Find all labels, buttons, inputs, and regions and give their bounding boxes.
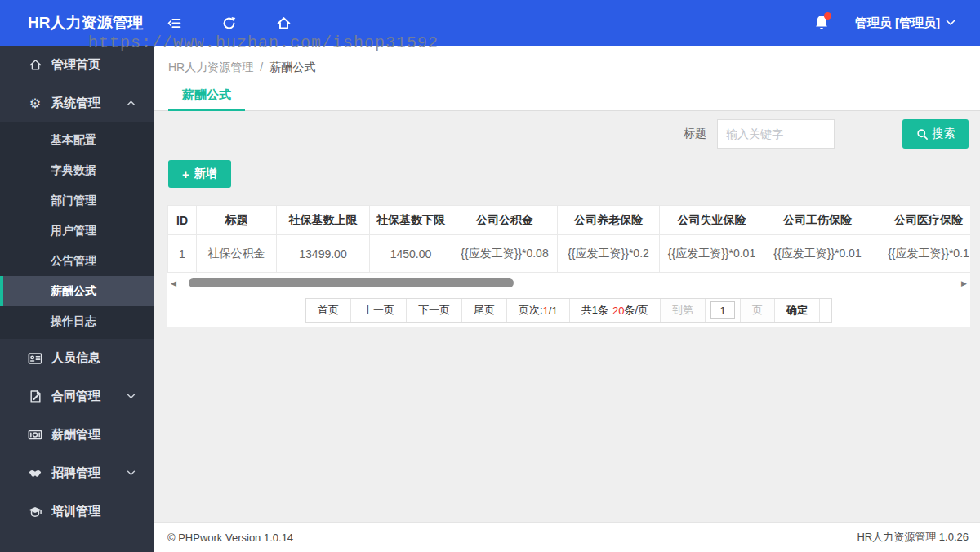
table-header-row: ID标题社保基数上限社保基数下限公司公积金公司养老保险公司失业保险公司工伤保险公… — [168, 206, 971, 235]
recruit-icon — [28, 466, 42, 481]
app-title: HR人力资源管理 — [0, 12, 154, 33]
table-cell: 社保公积金 — [197, 235, 277, 273]
sidebar-subitem[interactable]: 字典数据 — [0, 155, 154, 185]
sidebar-item-label: 人员信息 — [51, 350, 100, 366]
sidebar-item-label: 招聘管理 — [51, 465, 100, 481]
pagination: 首页 上一页 下一页 尾页 页次:1/1 共1条20条/页 到第 页 确定 — [167, 298, 970, 323]
chevron-down-icon — [946, 20, 956, 26]
sidebar-item-training[interactable]: 培训管理 — [0, 492, 154, 531]
notification-badge — [824, 12, 831, 20]
breadcrumb-root[interactable]: HR人力资源管理 — [168, 60, 253, 73]
contract-icon — [28, 390, 42, 404]
search-row: 标题 搜索 — [154, 119, 969, 149]
collapse-sidebar-icon[interactable] — [160, 9, 188, 37]
pager-count-info: 共1条20条/页 — [570, 299, 661, 322]
main-area: HR人力资源管理/薪酬公式 薪酬公式 标题 搜索 + 新增 — [154, 46, 980, 552]
search-button[interactable]: 搜索 — [902, 119, 969, 149]
column-header: 公司养老保险 — [558, 206, 660, 235]
sidebar-submenu: 基本配置字典数据部门管理用户管理公告管理薪酬公式操作日志 — [0, 122, 154, 339]
sidebar-item-label: 合同管理 — [51, 389, 100, 404]
table-panel: ID标题社保基数上限社保基数下限公司公积金公司养老保险公司失业保险公司工伤保险公… — [167, 205, 970, 327]
footer: © PHPwork Version 1.0.14 HR人力资源管理 1.0.26 — [154, 522, 980, 552]
search-field-label: 标题 — [684, 127, 706, 141]
column-header: 公司公积金 — [452, 206, 558, 235]
training-icon — [28, 505, 42, 519]
column-header: 公司失业保险 — [660, 206, 764, 235]
sidebar-item-gear[interactable]: ⚙系统管理 — [0, 84, 154, 122]
table-row: 1社保公积金13499.001450.00{{应发工资}}*0.08{{应发工资… — [168, 235, 971, 273]
sidebar-item-label: 薪酬管理 — [51, 427, 100, 443]
pager-prev-button[interactable]: 上一页 — [351, 299, 407, 322]
home-icon — [28, 58, 42, 73]
footer-version: HR人力资源管理 1.0.26 — [857, 530, 969, 545]
sidebar-subitem-active[interactable]: 薪酬公式 — [0, 276, 154, 306]
pager-goto-cell — [706, 299, 741, 322]
scrollbar-thumb[interactable] — [189, 278, 514, 287]
column-header: 公司医疗保险 — [871, 206, 971, 235]
sidebar-item-home[interactable]: 管理首页 — [0, 46, 154, 84]
sidebar-item-recruit[interactable]: 招聘管理 — [0, 454, 154, 492]
header-right: 管理员 [管理员] — [811, 12, 980, 33]
pagination-strip: 首页 上一页 下一页 尾页 页次:1/1 共1条20条/页 到第 页 确定 — [305, 298, 832, 323]
scroll-right-arrow-icon[interactable]: ▶ — [961, 277, 967, 290]
column-header: ID — [168, 206, 197, 235]
table-cell: {{应发工资}}*0.01 — [764, 235, 871, 273]
pager-next-button[interactable]: 下一页 — [407, 299, 462, 322]
data-table: ID标题社保基数上限社保基数下限公司公积金公司养老保险公司失业保险公司工伤保险公… — [167, 205, 970, 273]
search-input[interactable] — [717, 119, 835, 149]
breadcrumb-current: 薪酬公式 — [270, 60, 315, 73]
scroll-left-arrow-icon[interactable]: ◀ — [171, 277, 176, 290]
id-card-icon — [28, 351, 42, 366]
home-icon[interactable] — [270, 9, 297, 37]
refresh-icon[interactable] — [215, 9, 243, 37]
pager-last-button[interactable]: 尾页 — [462, 299, 507, 322]
chevron-down-icon — [127, 394, 136, 399]
pager-goto-input[interactable] — [710, 301, 735, 319]
sidebar: 管理首页⚙系统管理基本配置字典数据部门管理用户管理公告管理薪酬公式操作日志人员信… — [0, 46, 154, 552]
table-cell: {{应发工资}}*0.2 — [558, 235, 660, 273]
table-cell: 1 — [168, 235, 197, 273]
notification-bell-icon[interactable] — [811, 12, 832, 33]
table-cell: {{应发工资}}*0.1 — [871, 235, 971, 273]
tab-bar: 薪酬公式 — [154, 80, 980, 111]
content-area: 标题 搜索 + 新增 ID标题社保基数上限社保基数下限公司公积金公司养老保险公司… — [154, 111, 980, 522]
pager-confirm-button[interactable]: 确定 — [775, 299, 820, 322]
toolbar: + 新增 — [154, 149, 980, 188]
sidebar-item-label: 系统管理 — [51, 96, 100, 111]
tab-salary-formula[interactable]: 薪酬公式 — [168, 80, 245, 111]
pager-goto-unit: 页 — [741, 299, 775, 322]
table-cell: 1450.00 — [370, 235, 452, 273]
add-button[interactable]: + 新增 — [168, 160, 231, 188]
sidebar-subitem[interactable]: 用户管理 — [0, 216, 154, 246]
user-menu[interactable]: 管理员 [管理员] — [855, 16, 956, 31]
column-header: 公司工伤保险 — [764, 206, 871, 235]
sidebar-item-id-card[interactable]: 人员信息 — [0, 339, 154, 377]
footer-copyright: © PHPwork Version 1.0.14 — [167, 532, 293, 544]
header-toolbar — [160, 9, 297, 37]
sidebar-item-contract[interactable]: 合同管理 — [0, 377, 154, 416]
search-icon — [916, 128, 929, 140]
column-header: 社保基数上限 — [277, 206, 370, 235]
plus-icon: + — [182, 168, 189, 180]
chevron-down-icon — [127, 470, 136, 476]
column-header: 标题 — [197, 206, 277, 235]
column-header: 社保基数下限 — [370, 206, 452, 235]
pager-spacer — [820, 299, 831, 322]
user-name: 管理员 [管理员] — [855, 16, 940, 31]
breadcrumb-separator: / — [260, 60, 263, 73]
breadcrumb: HR人力资源管理/薪酬公式 — [154, 46, 980, 80]
table-cell: {{应发工资}}*0.01 — [660, 235, 764, 273]
sidebar-item-salary[interactable]: 薪酬管理 — [0, 416, 154, 454]
horizontal-scrollbar[interactable]: ◀ ▶ — [167, 274, 970, 292]
pager-goto-label: 到第 — [661, 299, 706, 322]
chevron-up-icon — [127, 100, 136, 106]
table-cell: {{应发工资}}*0.08 — [452, 235, 558, 273]
sidebar-subitem[interactable]: 基本配置 — [0, 125, 154, 155]
sidebar-subitem[interactable]: 部门管理 — [0, 185, 154, 216]
sidebar-subitem[interactable]: 操作日志 — [0, 306, 154, 336]
sidebar-item-label: 培训管理 — [51, 504, 100, 519]
sidebar-subitem[interactable]: 公告管理 — [0, 246, 154, 276]
table-scroll-viewport: ID标题社保基数上限社保基数下限公司公积金公司养老保险公司失业保险公司工伤保险公… — [167, 205, 970, 273]
pager-first-button[interactable]: 首页 — [306, 299, 351, 322]
table-cell: 13499.00 — [277, 235, 370, 273]
